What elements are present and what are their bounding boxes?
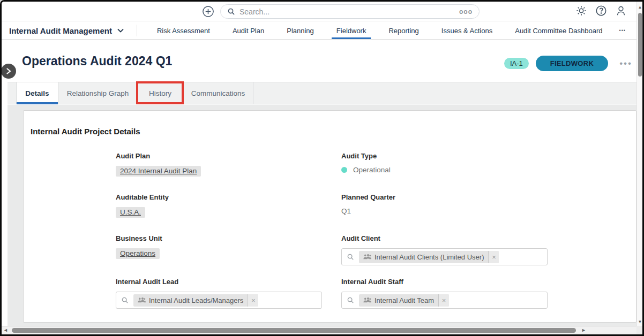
scroll-left-arrow[interactable]: ◄ [3,328,8,333]
audit-type-label: Audit Type [341,152,627,160]
search-icon [121,296,129,304]
remove-chip-button[interactable]: × [438,294,449,307]
internal-audit-staff-input[interactable]: Internal Audit Team × [341,292,548,309]
vertical-scrollbar-thumb[interactable] [638,13,642,77]
nav-item-risk-assessment[interactable]: Risk Assessment [146,22,221,39]
page-header: Operations Audit 2024 Q1 IA-1 FIELDWORK … [8,40,636,82]
help-button[interactable] [595,5,607,17]
scroll-down-arrow[interactable]: ▼ [638,320,642,324]
chevron-right-icon [6,68,11,74]
remove-chip-button[interactable]: × [488,251,499,263]
global-search[interactable]: ooo [220,4,480,19]
user-icon [615,5,627,17]
tab-history[interactable]: History [138,82,183,104]
user-menu-button[interactable] [615,5,627,17]
selected-chip: Internal Audit Team × [359,294,449,307]
record-id-badge: IA-1 [504,58,529,69]
tab-bar: Details Relationship Graph History Commu… [8,82,636,104]
page-title: Operations Audit 2024 Q1 [22,54,172,68]
nav-item-issues-actions[interactable]: Issues & Actions [430,22,504,39]
nav-item-planning[interactable]: Planning [275,22,325,39]
nav-divider [137,25,137,36]
help-icon [595,5,607,17]
selected-chip: Internal Audit Clients (Limited User) × [359,251,499,263]
app-title: Internal Audit Management [9,26,112,35]
nav-item-fieldwork[interactable]: Fieldwork [325,22,378,39]
nav-items: Risk Assessment Audit Plan Planning Fiel… [146,22,631,39]
selected-chip-label: Internal Audit Leads/Managers [149,296,243,304]
internal-audit-staff-label: Internal Audit Staff [341,278,627,286]
header-more-button[interactable]: ••• [619,58,632,69]
selected-chip-label: Internal Audit Clients (Limited User) [375,253,484,261]
horizontal-scrollbar-thumb[interactable] [12,328,576,333]
nav-bar: Internal Audit Management Risk Assessmen… [2,22,636,40]
internal-audit-lead-input[interactable]: Internal Audit Leads/Managers × [116,292,322,309]
left-panel-strip [2,40,8,328]
top-bar: ooo [2,2,636,21]
audit-type-value: Operational [353,166,391,174]
tab-communications[interactable]: Communications [183,82,253,104]
plus-circle-icon [202,5,214,18]
nav-item-reporting[interactable]: Reporting [377,22,430,39]
business-unit-link[interactable]: Operations [116,248,160,259]
settings-button[interactable] [575,5,587,17]
nav-item-audit-committee-dashboard[interactable]: Audit Committee Dashboard [504,22,613,39]
vertical-scrollbar[interactable]: ▲ ▼ [636,2,642,328]
search-icon [227,7,235,16]
auditable-entity-label: Auditable Entity [116,193,341,201]
remove-chip-button[interactable]: × [248,294,258,307]
search-more-indicator[interactable]: ooo [459,8,473,16]
audit-type-dot [341,167,347,173]
scroll-right-arrow[interactable]: ► [581,328,586,333]
selected-chip-label: Internal Audit Team [375,296,434,304]
audit-client-input[interactable]: Internal Audit Clients (Limited User) × [341,248,548,265]
scrollbar-corner [636,326,642,334]
internal-audit-lead-label: Internal Audit Lead [116,278,341,286]
planned-quarter-label: Planned Quarter [341,193,627,201]
auditable-entity-link[interactable]: U.S.A. [116,207,145,218]
tab-relationship-graph[interactable]: Relationship Graph [58,82,138,104]
planned-quarter-value: Q1 [341,207,627,215]
audit-client-label: Audit Client [341,234,627,242]
scroll-up-arrow[interactable]: ▲ [638,5,642,10]
search-icon [347,296,354,304]
audit-plan-label: Audit Plan [116,152,341,160]
audit-plan-link[interactable]: 2024 Internal Audit Plan [116,166,201,177]
user-group-icon [363,254,371,260]
user-group-icon [138,297,146,303]
search-icon [347,253,354,261]
user-group-icon [363,297,371,303]
search-input[interactable] [239,7,459,16]
business-unit-label: Business Unit [116,234,341,242]
app-window: ooo [0,0,644,336]
workflow-status-button[interactable]: FIELDWORK [536,56,608,71]
gear-icon [575,5,587,17]
nav-item-audit-plan[interactable]: Audit Plan [221,22,275,39]
app-switcher[interactable]: Internal Audit Management [9,26,124,35]
tab-details[interactable]: Details [16,82,58,104]
details-card: Internal Audit Project Details Audit Pla… [23,110,636,323]
expand-panel-toggle[interactable] [1,64,16,79]
nav-more-button[interactable]: ••• [614,28,631,33]
content-area: Internal Audit Project Details Audit Pla… [8,105,636,328]
selected-chip: Internal Audit Leads/Managers × [133,294,258,307]
section-title: Internal Audit Project Details [31,127,140,136]
create-button[interactable] [202,5,214,18]
horizontal-scrollbar[interactable]: ◄ ► [2,326,636,334]
details-form: Audit Plan 2024 Internal Audit Plan Audi… [116,152,627,309]
chevron-down-icon [117,28,124,33]
